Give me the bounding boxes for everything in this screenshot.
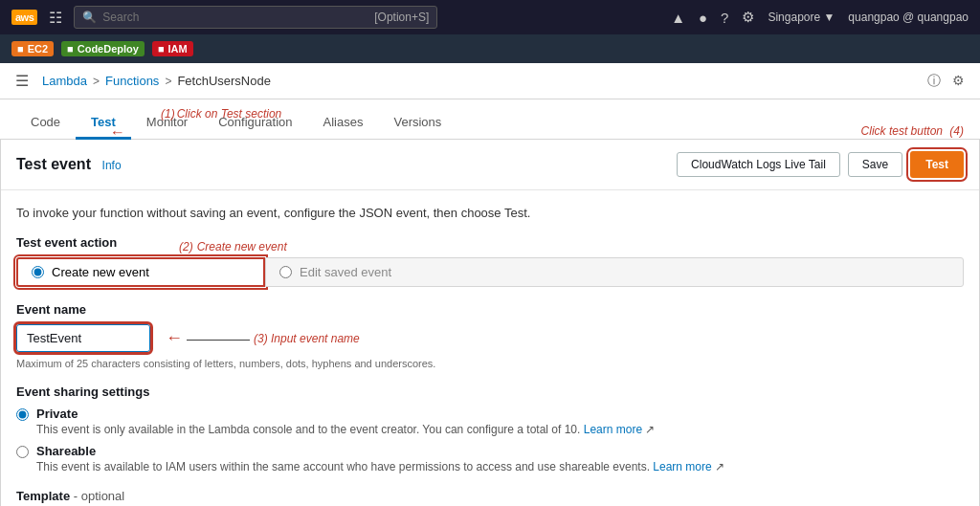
ec2-icon: ■ — [17, 43, 24, 55]
private-label: Private — [36, 407, 655, 421]
iam-icon: ■ — [158, 43, 165, 55]
settings-icon[interactable]: ⚙ — [742, 9, 754, 26]
tab-test[interactable]: Test — [76, 107, 131, 140]
info-icon[interactable]: ⓘ — [927, 73, 941, 90]
invoke-description: To invoke your function without saving a… — [16, 206, 964, 220]
save-button[interactable]: Save — [848, 152, 902, 177]
ec2-badge[interactable]: ■ EC2 — [11, 41, 54, 56]
edit-saved-event-option[interactable]: Edit saved event — [265, 257, 964, 287]
search-icon: 🔍 — [82, 11, 97, 24]
tabs-bar: Code Test Monitor Configuration Aliases … — [0, 99, 980, 140]
step3-annotation: (3) Input event name — [254, 332, 360, 345]
sharing-label: Event sharing settings — [16, 385, 964, 399]
action-label: Test event action — [16, 235, 964, 250]
create-radio-input[interactable] — [32, 266, 44, 278]
private-desc: This event is only available in the Lamb… — [36, 423, 655, 436]
header-buttons: Click test button (4) CloudWatch Logs Li… — [677, 151, 964, 178]
step3-number: (3) — [254, 332, 268, 345]
tabs-section: Code Test Monitor Configuration Aliases … — [0, 99, 980, 140]
tab-monitor[interactable]: Monitor — [131, 107, 203, 140]
shareable-desc: This event is available to IAM users wit… — [36, 460, 724, 473]
codedeploy-badge[interactable]: ■ CodeDeploy — [61, 41, 145, 56]
service-bar: ■ EC2 ■ CodeDeploy ■ IAM — [0, 34, 980, 63]
edit-radio-input[interactable] — [279, 266, 292, 278]
breadcrumb-bar: ☰ Lambda > Functions > FetchUsersNode ⓘ … — [0, 63, 980, 99]
eventname-input-wrapper — [16, 324, 150, 352]
step3-label: Input event name — [271, 332, 360, 345]
create-option-label: Create new event — [52, 265, 149, 279]
test-event-title: Test event — [16, 156, 91, 172]
private-details: Private This event is only available in … — [36, 407, 655, 436]
shareable-learn-more[interactable]: Learn more — [653, 460, 711, 473]
shareable-option: Shareable This event is available to IAM… — [16, 444, 964, 473]
codedeploy-icon: ■ — [67, 43, 74, 55]
template-label: Template - optional — [16, 489, 964, 503]
private-option: Private This event is only available in … — [16, 407, 964, 436]
main-content: Test event Info Click test button (4) Cl… — [0, 140, 980, 506]
step3-annotation-row: ← —————— (3) Input event name — [166, 328, 360, 348]
test-event-header: Test event Info Click test button (4) Cl… — [1, 140, 979, 190]
event-name-label: Event name — [16, 302, 964, 317]
sharing-section: Event sharing settings Private This even… — [16, 385, 964, 473]
upload-icon[interactable]: ▲ — [671, 10, 685, 26]
aws-logo: aws — [11, 10, 37, 25]
cloudwatch-button[interactable]: CloudWatch Logs Live Tail — [677, 152, 840, 177]
grid-icon[interactable]: ☷ — [49, 9, 62, 27]
breadcrumb-sep-1: > — [93, 75, 100, 88]
hamburger-icon[interactable]: ☰ — [15, 72, 29, 90]
test-event-title-area: Test event Info — [16, 156, 122, 173]
event-name-hint: Maximum of 25 characters consisting of l… — [16, 358, 964, 369]
event-name-input[interactable] — [16, 324, 150, 352]
external-link-icon: ↗ — [645, 423, 655, 436]
event-name-section: Event name ← —————— (3) Input event name — [16, 302, 964, 369]
breadcrumb-current: FetchUsersNode — [177, 74, 271, 88]
top-navigation: aws ☷ 🔍 [Option+S] ▲ ● ? ⚙ Singapore ▼ q… — [0, 0, 980, 34]
edit-option-label: Edit saved event — [300, 265, 391, 279]
shareable-label: Shareable — [36, 444, 724, 458]
tab-versions[interactable]: Versions — [378, 107, 457, 140]
tab-configuration[interactable]: Configuration — [203, 107, 307, 140]
test-button[interactable]: Test — [910, 151, 964, 178]
search-bar[interactable]: 🔍 [Option+S] — [74, 6, 437, 29]
private-radio[interactable] — [16, 408, 29, 421]
tab-aliases[interactable]: Aliases — [308, 107, 379, 140]
shareable-radio[interactable] — [16, 446, 29, 458]
search-input[interactable] — [102, 11, 368, 24]
tab-code[interactable]: Code — [15, 107, 76, 140]
radio-section: Create new event Edit saved event (2) Cr… — [16, 257, 964, 287]
user-menu[interactable]: quangpao @ quangpao — [848, 11, 969, 24]
test-header-section: Test event Info Click test button (4) Cl… — [1, 140, 979, 190]
breadcrumb-functions[interactable]: Functions — [105, 74, 159, 88]
bell-icon[interactable]: ● — [699, 10, 707, 26]
test-event-panel: Test event Info Click test button (4) Cl… — [0, 140, 980, 506]
nav-right: ▲ ● ? ⚙ Singapore ▼ quangpao @ quangpao — [671, 9, 969, 26]
breadcrumb-lambda[interactable]: Lambda — [42, 74, 87, 88]
test-event-body: To invoke your function without saving a… — [1, 190, 979, 506]
shareable-details: Shareable This event is available to IAM… — [36, 444, 724, 473]
radio-row: Create new event Edit saved event — [16, 257, 964, 287]
region-selector[interactable]: Singapore ▼ — [768, 11, 835, 24]
event-name-row: ← —————— (3) Input event name — [16, 324, 964, 352]
iam-badge[interactable]: ■ IAM — [152, 41, 193, 56]
external-link-icon-2: ↗ — [715, 460, 724, 473]
breadcrumb-sep-2: > — [165, 75, 171, 88]
template-section: Template - optional hello-world — [16, 489, 964, 506]
create-new-event-option[interactable]: Create new event — [16, 257, 265, 287]
dash-line: —————— — [187, 333, 250, 344]
test-event-info-link[interactable]: Info — [102, 159, 122, 172]
question-icon[interactable]: ? — [721, 10, 728, 26]
settings-icon-right[interactable]: ⚙ — [952, 73, 965, 90]
private-learn-more[interactable]: Learn more — [584, 423, 642, 436]
template-optional: - optional — [74, 489, 124, 503]
search-shortcut: [Option+S] — [374, 11, 429, 24]
step3-arrow: ← — [166, 328, 183, 348]
breadcrumb-actions: ⓘ ⚙ — [927, 73, 965, 90]
